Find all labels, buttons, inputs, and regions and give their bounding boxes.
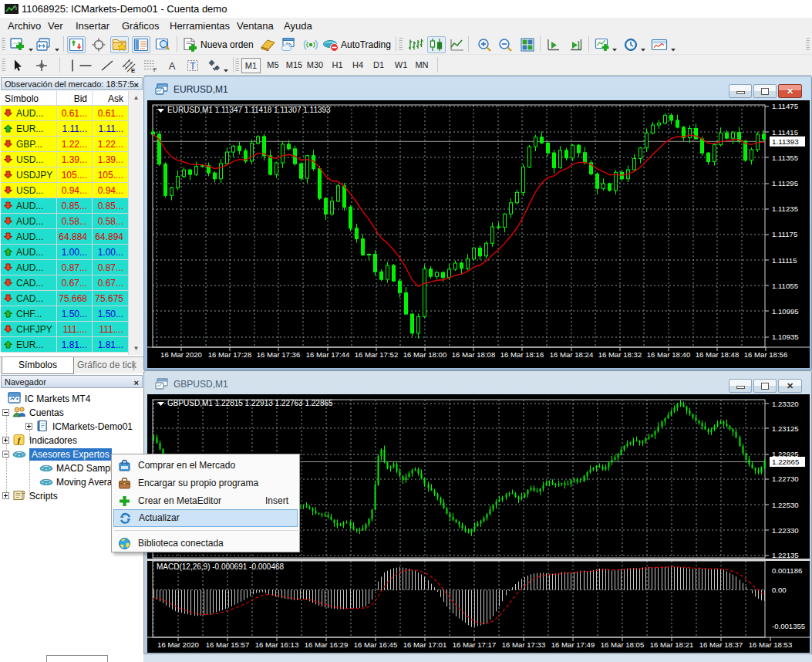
svg-text:1.22135: 1.22135 [772,551,799,559]
svg-text:0.00: 0.00 [772,586,787,594]
svg-text:16 Mar 17:52: 16 Mar 17:52 [355,350,399,359]
svg-text:1.11055: 1.11055 [772,282,798,290]
svg-text:16 Mar 2020: 16 Mar 2020 [160,350,202,359]
svg-text:16 Mar 17:33: 16 Mar 17:33 [502,640,546,649]
svg-text:1.11235: 1.11235 [772,204,798,213]
svg-text:16 Mar 16:29: 16 Mar 16:29 [305,640,349,649]
svg-text:16 Mar 2020: 16 Mar 2020 [157,640,199,649]
svg-text:1.11393: 1.11393 [772,137,799,146]
svg-text:16 Mar 17:01: 16 Mar 17:01 [403,640,447,649]
svg-text:16 Mar 15:57: 16 Mar 15:57 [206,640,250,649]
svg-text:1.23320: 1.23320 [772,400,799,408]
svg-text:16 Mar 17:17: 16 Mar 17:17 [453,640,497,649]
svg-text:A: A [169,60,176,72]
svg-text:16 Mar 18:21: 16 Mar 18:21 [650,640,694,649]
svg-text:16 Mar 16:45: 16 Mar 16:45 [354,640,398,649]
svg-text:16 Mar 18:48: 16 Mar 18:48 [696,350,740,359]
svg-text:16 Mar 17:28: 16 Mar 17:28 [208,350,252,359]
svg-text:1.11415: 1.11415 [772,128,798,137]
svg-text:16 Mar 18:05: 16 Mar 18:05 [601,640,645,649]
svg-text:1.22730: 1.22730 [772,475,799,483]
svg-text:1.11115: 1.11115 [772,256,797,265]
svg-text:16 Mar 18:16: 16 Mar 18:16 [500,350,544,359]
svg-text:1.22330: 1.22330 [772,526,799,535]
svg-text:T: T [190,61,196,72]
svg-text:1.22530: 1.22530 [772,501,799,509]
svg-text:16 Mar 17:36: 16 Mar 17:36 [257,350,301,359]
svg-text:1.10995: 1.10995 [772,307,799,316]
svg-text:1.10935: 1.10935 [772,333,799,341]
svg-text:-0.001355: -0.001355 [772,622,805,630]
svg-text:MACD(12,26,9) -0.000691 -0.000: MACD(12,26,9) -0.000691 -0.000468 [157,562,285,571]
svg-text:16 Mar 16:13: 16 Mar 16:13 [255,640,299,649]
svg-text:1.11355: 1.11355 [772,154,798,162]
svg-text:EURUSD,M1 1.11347 1.11418 1.1: EURUSD,M1 1.11347 1.11418 1.11307 1.1139… [167,106,331,114]
svg-text:16 Mar 18:24: 16 Mar 18:24 [550,350,594,359]
svg-text:E: E [131,67,136,74]
svg-text:16 Mar 18:32: 16 Mar 18:32 [598,350,642,359]
svg-text:1.22865: 1.22865 [772,458,800,466]
svg-text:16 Mar 18:08: 16 Mar 18:08 [452,350,496,359]
svg-text:1.11295: 1.11295 [772,179,798,187]
svg-text:16 Mar 18:56: 16 Mar 18:56 [744,350,788,359]
svg-text:16 Mar 18:37: 16 Mar 18:37 [699,640,743,649]
svg-text:16 Mar 18:40: 16 Mar 18:40 [647,350,691,359]
svg-text:16 Mar 18:53: 16 Mar 18:53 [749,640,793,649]
svg-text:16 Mar 17:49: 16 Mar 17:49 [551,640,595,649]
svg-text:F: F [153,67,157,73]
svg-text:1.23125: 1.23125 [772,424,799,433]
svg-text:1.11175: 1.11175 [772,230,797,238]
svg-text:GBPUSD,M1 1.22815 1.22913 1.2: GBPUSD,M1 1.22815 1.22913 1.22763 1.2286… [167,399,333,407]
svg-text:0.001186: 0.001186 [772,566,802,575]
svg-text:16 Mar 18:00: 16 Mar 18:00 [403,350,447,359]
svg-text:1.11475: 1.11475 [772,102,798,110]
svg-text:16 Mar 17:44: 16 Mar 17:44 [306,350,350,359]
